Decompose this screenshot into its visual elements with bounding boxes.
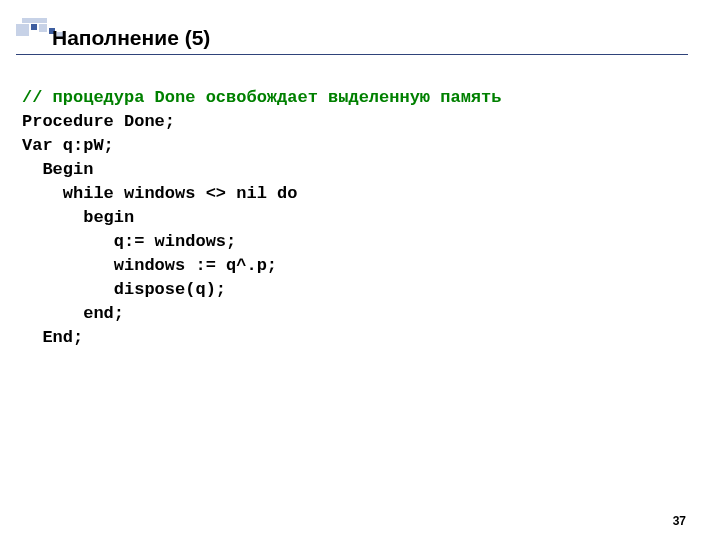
code-line: dispose(q); (22, 280, 226, 299)
page-number: 37 (673, 514, 686, 528)
code-line: Begin (22, 160, 93, 179)
code-block: // процедура Done освобождает выделенную… (22, 62, 501, 350)
code-line: begin (22, 208, 134, 227)
code-line: Procedure Done; (22, 112, 175, 131)
slide-title: Наполнение (5) (52, 26, 210, 50)
title-underline (16, 54, 688, 55)
code-line: windows := q^.p; (22, 256, 277, 275)
code-line: Var q:pW; (22, 136, 114, 155)
code-line: q:= windows; (22, 232, 236, 251)
code-line: End; (22, 328, 83, 347)
code-comment: // процедура Done освобождает выделенную… (22, 88, 501, 107)
code-line: while windows <> nil do (22, 184, 297, 203)
code-line: end; (22, 304, 124, 323)
